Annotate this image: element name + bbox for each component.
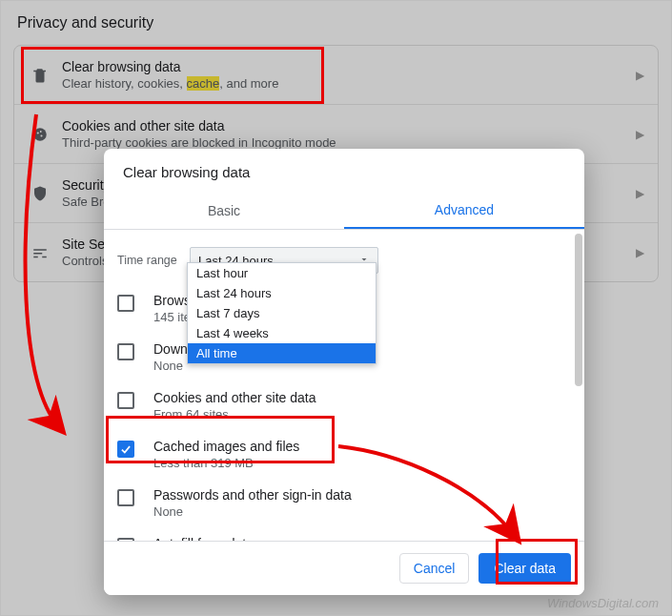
dd-option[interactable]: Last 4 weeks: [188, 323, 376, 343]
clear-browsing-data-dialog: Clear browsing data Basic Advanced Time …: [104, 149, 584, 595]
cancel-button[interactable]: Cancel: [399, 553, 470, 584]
dialog-footer: Cancel Clear data: [104, 541, 584, 595]
item-autofill[interactable]: Autofill form data: [104, 526, 571, 541]
item-cookies[interactable]: Cookies and other site data From 64 site…: [104, 380, 571, 429]
item-label: Autofill form data: [153, 536, 254, 541]
tab-basic[interactable]: Basic: [104, 192, 344, 229]
checkbox[interactable]: [117, 538, 134, 541]
scrollbar[interactable]: [575, 234, 582, 386]
dd-option[interactable]: Last 24 hours: [188, 283, 376, 303]
item-subtext: From 64 sites: [153, 407, 316, 421]
clear-data-button[interactable]: Clear data: [479, 553, 571, 584]
checkbox[interactable]: [117, 343, 134, 360]
item-cached-images[interactable]: Cached images and files Less than 319 MB: [104, 429, 571, 478]
time-range-label: Time range: [117, 254, 190, 267]
tab-advanced[interactable]: Advanced: [344, 192, 584, 229]
checkbox[interactable]: [117, 489, 134, 506]
dd-option[interactable]: Last 7 days: [188, 303, 376, 323]
item-label: Cookies and other site data: [153, 390, 316, 405]
time-range-dropdown[interactable]: Last hour Last 24 hours Last 7 days Last…: [187, 262, 377, 364]
dialog-tabs: Basic Advanced: [104, 192, 584, 230]
item-subtext: Less than 319 MB: [153, 456, 299, 470]
item-label: Passwords and other sign-in data: [153, 487, 352, 503]
checkbox[interactable]: [117, 295, 134, 312]
checkbox[interactable]: [117, 392, 134, 409]
dd-option[interactable]: Last hour: [188, 263, 376, 283]
checkbox-checked[interactable]: [117, 441, 134, 458]
dialog-title: Clear browsing data: [104, 149, 584, 192]
item-label: Cached images and files: [153, 439, 299, 454]
item-passwords[interactable]: Passwords and other sign-in data None: [104, 478, 571, 526]
dd-option-selected[interactable]: All time: [188, 343, 376, 363]
item-subtext: None: [153, 504, 352, 519]
